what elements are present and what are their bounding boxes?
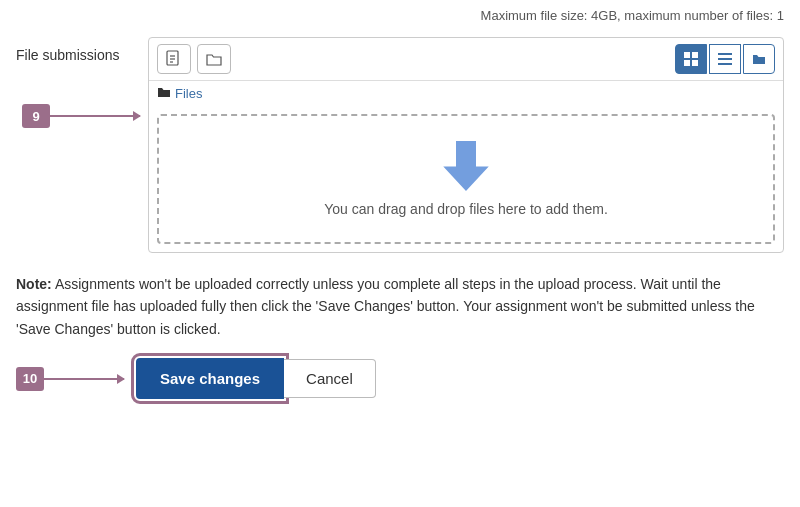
svg-rect-8 xyxy=(718,53,732,55)
svg-rect-9 xyxy=(718,58,732,60)
cancel-button[interactable]: Cancel xyxy=(284,359,376,398)
note-bold-prefix: Note: xyxy=(16,276,52,292)
svg-marker-11 xyxy=(443,141,488,191)
svg-rect-5 xyxy=(692,52,698,58)
annotation-10-bubble: 10 xyxy=(16,367,44,391)
max-file-size-text: Maximum file size: 4GB, maximum number o… xyxy=(481,8,784,23)
add-file-button[interactable] xyxy=(157,44,191,74)
actions-row: 10 Save changes Cancel xyxy=(0,350,800,409)
breadcrumb: Files xyxy=(149,81,783,108)
annotation-9-container: 9 xyxy=(22,104,140,128)
toolbar-right xyxy=(675,44,775,74)
page-wrapper: Maximum file size: 4GB, maximum number o… xyxy=(0,0,800,507)
svg-rect-6 xyxy=(684,60,690,66)
file-submissions-label: File submissions xyxy=(16,37,136,253)
annotation-9-bubble: 9 xyxy=(22,104,50,128)
top-info-bar: Maximum file size: 4GB, maximum number o… xyxy=(0,0,800,27)
drop-zone-text: You can drag and drop files here to add … xyxy=(324,201,608,217)
breadcrumb-folder-icon xyxy=(157,85,171,102)
content-area: File submissions xyxy=(0,27,800,263)
drop-arrow-icon xyxy=(441,141,491,191)
drop-zone[interactable]: You can drag and drop files here to add … xyxy=(157,114,775,244)
view-folder-button[interactable] xyxy=(743,44,775,74)
add-folder-button[interactable] xyxy=(197,44,231,74)
save-changes-button[interactable]: Save changes xyxy=(136,358,284,399)
svg-rect-4 xyxy=(684,52,690,58)
note-body: Assignments won't be uploaded correctly … xyxy=(16,276,755,337)
toolbar-left xyxy=(157,44,231,74)
view-grid-button[interactable] xyxy=(675,44,707,74)
svg-rect-0 xyxy=(167,51,178,65)
file-toolbar xyxy=(149,38,783,81)
view-list-button[interactable] xyxy=(709,44,741,74)
svg-rect-10 xyxy=(718,63,732,65)
note-area: Note: Assignments won't be uploaded corr… xyxy=(0,263,800,350)
breadcrumb-files-link[interactable]: Files xyxy=(175,86,202,101)
svg-rect-7 xyxy=(692,60,698,66)
file-panel: Files You can drag and drop files here t… xyxy=(148,37,784,253)
